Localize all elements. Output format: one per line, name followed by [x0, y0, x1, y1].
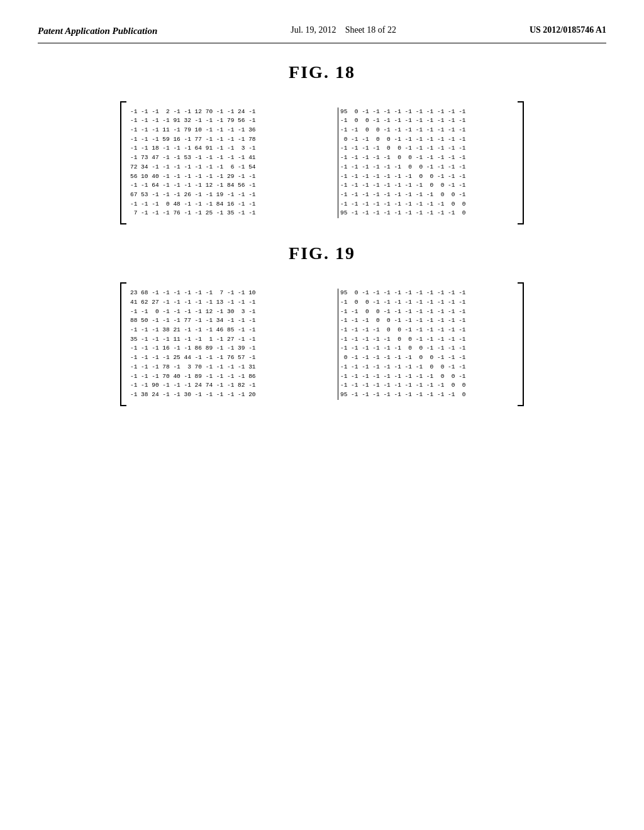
matrix-cell-left: -1 -1 -1 59 16 -1 77 -1 -1 -1 -1 78	[130, 135, 338, 145]
figure-18-section: FIG. 18 -1 -1 -1 2 -1 -1 12 70 -1 -1 24 …	[38, 62, 606, 225]
matrix-row: 67 53 -1 -1 -1 26 -1 -1 19 -1 -1 -1-1 -1…	[130, 191, 514, 200]
matrix-row: -1 -1 -1 78 -1 3 70 -1 -1 -1 -1 31-1 -1 …	[130, 363, 514, 372]
matrix-cell-right: 95 0 -1 -1 -1 -1 -1 -1 -1 -1 -1 -1	[338, 108, 514, 117]
matrix-cell-right: -1 -1 -1 -1 -1 -1 -1 -1 -1 0 0 -1	[338, 372, 514, 382]
matrix-cell-left: -1 -1 -1 -1 25 44 -1 -1 -1 76 57 -1	[130, 353, 338, 363]
matrix-cell-left: -1 -1 -1 38 21 -1 -1 -1 46 85 -1 -1	[130, 326, 338, 335]
matrix-cell-right: 95 -1 -1 -1 -1 -1 -1 -1 -1 -1 -1 0	[338, 390, 514, 400]
matrix-cell-right: -1 -1 -1 0 0 -1 -1 -1 -1 -1 -1 -1	[338, 316, 514, 326]
matrix-cell-left: 41 62 27 -1 -1 -1 -1 -1 13 -1 -1 -1	[130, 298, 338, 307]
matrix-cell-left: -1 38 24 -1 -1 30 -1 -1 -1 -1 -1 20	[130, 390, 338, 400]
figure-19-section: FIG. 19 23 68 -1 -1 -1 -1 -1 -1 7 -1 -1 …	[38, 243, 606, 406]
matrix-row: -1 -1 90 -1 -1 -1 24 74 -1 -1 82 -1-1 -1…	[130, 381, 514, 390]
matrix-cell-right: 95 -1 -1 -1 -1 -1 -1 -1 -1 -1 -1 0	[338, 209, 514, 218]
matrix-cell-right: -1 -1 -1 -1 -1 -1 -1 -1 0 0 -1 -1	[338, 363, 514, 372]
matrix-cell-right: 0 -1 -1 -1 -1 -1 -1 0 0 -1 -1 -1	[338, 353, 514, 363]
matrix-row: -1 -1 -1 0 48 -1 -1 -1 84 16 -1 -1-1 -1 …	[130, 200, 514, 209]
matrix-cell-left: -1 -1 -1 0 48 -1 -1 -1 84 16 -1 -1	[130, 200, 338, 209]
matrix-row: -1 -1 18 -1 -1 -1 64 91 -1 -1 3 -1-1 -1 …	[130, 144, 514, 153]
matrix-row: -1 73 47 -1 -1 53 -1 -1 -1 -1 -1 41-1 -1…	[130, 153, 514, 163]
matrix-row: 7 -1 -1 -1 76 -1 -1 25 -1 35 -1 -195 -1 …	[130, 209, 514, 218]
matrix-row: -1 -1 -1 -1 91 32 -1 -1 -1 79 56 -1-1 0 …	[130, 116, 514, 126]
matrix-cell-right: -1 0 0 -1 -1 -1 -1 -1 -1 -1 -1 -1	[338, 116, 514, 126]
matrix-cell-right: -1 -1 -1 -1 -1 -1 -1 -1 0 0 -1 -1	[338, 181, 514, 191]
page-header: Patent Application Publication Jul. 19, …	[38, 25, 606, 43]
matrix-cell-right: -1 -1 -1 -1 -1 -1 0 0 -1 -1 -1 -1	[338, 344, 514, 353]
matrix-row: 56 10 40 -1 -1 -1 -1 -1 -1 29 -1 -1-1 -1…	[130, 172, 514, 182]
matrix-cell-left: -1 -1 18 -1 -1 -1 64 91 -1 -1 3 -1	[130, 144, 338, 153]
matrix-cell-right: -1 -1 0 0 -1 -1 -1 -1 -1 -1 -1 -1	[338, 126, 514, 135]
matrix-row: 23 68 -1 -1 -1 -1 -1 -1 7 -1 -1 1095 0 -…	[130, 289, 514, 298]
matrix-cell-right: -1 -1 -1 -1 0 0 -1 -1 -1 -1 -1 -1	[338, 326, 514, 335]
matrix-row: -1 -1 -1 2 -1 -1 12 70 -1 -1 24 -195 0 -…	[130, 108, 514, 117]
matrix-19-content: 23 68 -1 -1 -1 -1 -1 -1 7 -1 -1 1095 0 -…	[120, 286, 524, 402]
matrix-row: 72 34 -1 -1 -1 -1 -1 -1 -1 6 -1 54-1 -1 …	[130, 163, 514, 172]
matrix-row: 35 -1 -1 -1 11 -1 -1 1 -1 27 -1 -1-1 -1 …	[130, 335, 514, 345]
patent-number: US 2012/0185746 A1	[530, 25, 606, 35]
matrix-cell-right: -1 -1 -1 -1 -1 -1 -1 0 0 -1 -1 -1	[338, 172, 514, 182]
matrix-cell-left: -1 -1 -1 11 -1 79 10 -1 -1 -1 -1 36	[130, 126, 338, 135]
matrix-cell-right: -1 -1 -1 -1 -1 -1 0 0 -1 -1 -1 -1	[338, 163, 514, 172]
matrix-cell-right: -1 -1 -1 -1 -1 0 0 -1 -1 -1 -1 -1	[338, 335, 514, 345]
matrix-cell-right: -1 -1 -1 -1 -1 -1 -1 -1 -1 -1 0 0	[338, 381, 514, 390]
matrix-18-container: -1 -1 -1 2 -1 -1 12 70 -1 -1 24 -195 0 -…	[38, 101, 606, 225]
matrix-19: 23 68 -1 -1 -1 -1 -1 -1 7 -1 -1 1095 0 -…	[120, 282, 524, 406]
matrix-cell-left: -1 -1 -1 70 40 -1 89 -1 -1 -1 -1 86	[130, 372, 338, 382]
matrix-row: -1 -1 -1 59 16 -1 77 -1 -1 -1 -1 78 0 -1…	[130, 135, 514, 145]
matrix-row: 41 62 27 -1 -1 -1 -1 -1 13 -1 -1 -1-1 0 …	[130, 298, 514, 307]
matrix-18-content: -1 -1 -1 2 -1 -1 12 70 -1 -1 24 -195 0 -…	[120, 105, 524, 221]
matrix-row: -1 -1 0 -1 -1 -1 -1 12 -1 30 3 -1-1 -1 0…	[130, 307, 514, 317]
matrix-cell-right: 95 0 -1 -1 -1 -1 -1 -1 -1 -1 -1 -1	[338, 289, 514, 298]
matrix-cell-left: -1 -1 -1 -1 91 32 -1 -1 -1 79 56 -1	[130, 116, 338, 126]
matrix-cell-left: -1 -1 -1 2 -1 -1 12 70 -1 -1 24 -1	[130, 108, 338, 117]
matrix-cell-left: -1 73 47 -1 -1 53 -1 -1 -1 -1 -1 41	[130, 153, 338, 163]
matrix-cell-left: -1 -1 64 -1 -1 -1 -1 12 -1 84 56 -1	[130, 181, 338, 191]
matrix-cell-left: -1 -1 -1 16 -1 -1 86 89 -1 -1 39 -1	[130, 344, 338, 353]
matrix-cell-right: -1 -1 -1 -1 -1 -1 -1 -1 -1 0 0 -1	[338, 191, 514, 200]
publication-title: Patent Application Publication	[38, 25, 157, 38]
matrix-cell-left: -1 -1 -1 78 -1 3 70 -1 -1 -1 -1 31	[130, 363, 338, 372]
matrix-row: -1 -1 -1 -1 25 44 -1 -1 -1 76 57 -1 0 -1…	[130, 353, 514, 363]
matrix-cell-left: 35 -1 -1 -1 11 -1 -1 1 -1 27 -1 -1	[130, 335, 338, 345]
matrix-cell-right: -1 -1 -1 -1 -1 0 0 -1 -1 -1 -1 -1	[338, 153, 514, 163]
matrix-row: -1 -1 -1 11 -1 79 10 -1 -1 -1 -1 36-1 -1…	[130, 126, 514, 135]
matrix-cell-right: 0 -1 -1 0 0 -1 -1 -1 -1 -1 -1 -1	[338, 135, 514, 145]
figure-18-title: FIG. 18	[38, 62, 606, 82]
matrix-row: -1 -1 -1 16 -1 -1 86 89 -1 -1 39 -1-1 -1…	[130, 344, 514, 353]
matrix-row: -1 38 24 -1 -1 30 -1 -1 -1 -1 -1 2095 -1…	[130, 390, 514, 400]
matrix-cell-left: 56 10 40 -1 -1 -1 -1 -1 -1 29 -1 -1	[130, 172, 338, 182]
matrix-cell-right: -1 0 0 -1 -1 -1 -1 -1 -1 -1 -1 -1	[338, 298, 514, 307]
matrix-row: 88 50 -1 -1 -1 77 -1 -1 34 -1 -1 -1-1 -1…	[130, 316, 514, 326]
matrix-19-container: 23 68 -1 -1 -1 -1 -1 -1 7 -1 -1 1095 0 -…	[38, 282, 606, 406]
matrix-cell-left: -1 -1 0 -1 -1 -1 -1 12 -1 30 3 -1	[130, 307, 338, 317]
publication-date: Jul. 19, 2012 Sheet 18 of 22	[291, 25, 396, 35]
matrix-cell-left: -1 -1 90 -1 -1 -1 24 74 -1 -1 82 -1	[130, 381, 338, 390]
matrix-18: -1 -1 -1 2 -1 -1 12 70 -1 -1 24 -195 0 -…	[120, 101, 524, 225]
matrix-cell-left: 67 53 -1 -1 -1 26 -1 -1 19 -1 -1 -1	[130, 191, 338, 200]
matrix-cell-left: 7 -1 -1 -1 76 -1 -1 25 -1 35 -1 -1	[130, 209, 338, 218]
matrix-row: -1 -1 -1 70 40 -1 89 -1 -1 -1 -1 86-1 -1…	[130, 372, 514, 382]
matrix-cell-left: 23 68 -1 -1 -1 -1 -1 -1 7 -1 -1 10	[130, 289, 338, 298]
matrix-cell-right: -1 -1 -1 -1 -1 -1 -1 -1 -1 -1 0 0	[338, 200, 514, 209]
matrix-cell-left: 72 34 -1 -1 -1 -1 -1 -1 -1 6 -1 54	[130, 163, 338, 172]
matrix-cell-right: -1 -1 -1 -1 0 0 -1 -1 -1 -1 -1 -1	[338, 144, 514, 153]
matrix-cell-left: 88 50 -1 -1 -1 77 -1 -1 34 -1 -1 -1	[130, 316, 338, 326]
figure-19-title: FIG. 19	[38, 243, 606, 263]
page: Patent Application Publication Jul. 19, …	[0, 0, 644, 830]
matrix-row: -1 -1 -1 38 21 -1 -1 -1 46 85 -1 -1-1 -1…	[130, 326, 514, 335]
matrix-cell-right: -1 -1 0 0 -1 -1 -1 -1 -1 -1 -1 -1	[338, 307, 514, 317]
matrix-row: -1 -1 64 -1 -1 -1 -1 12 -1 84 56 -1-1 -1…	[130, 181, 514, 191]
